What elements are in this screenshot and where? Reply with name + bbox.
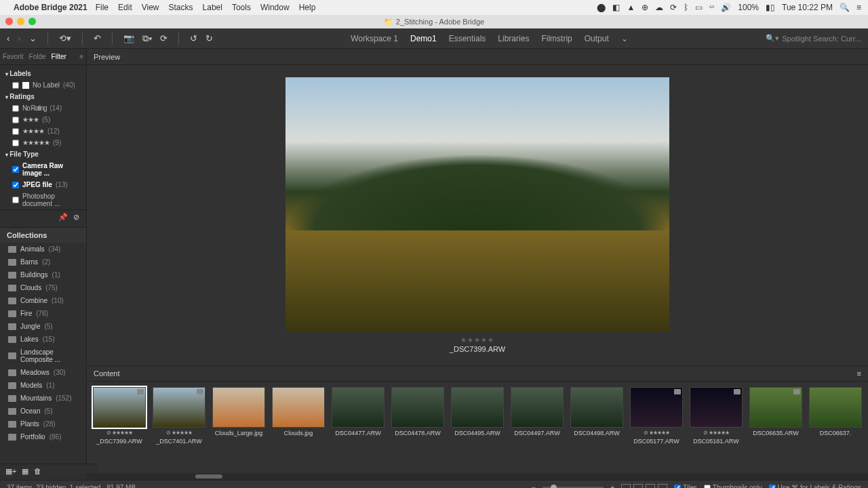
search-box[interactable]: 🔍▾ Spotlight Search: Curr... <box>766 34 861 43</box>
collection-item[interactable]: Jungle (5) <box>0 320 86 333</box>
filter-filetype-header[interactable]: File Type <box>0 148 86 160</box>
collection-item[interactable]: Lakes (15) <box>0 333 86 346</box>
tiles-checkbox[interactable]: Tiles <box>674 484 697 488</box>
status-icon[interactable]: ⟳ <box>670 3 677 12</box>
status-icon[interactable]: ⬤ <box>597 3 606 12</box>
collection-item[interactable]: Barns (2) <box>0 256 86 268</box>
rotate-cw-button[interactable]: ↻ <box>205 33 213 43</box>
filter-item-rating[interactable]: No Rating (14) <box>0 102 86 114</box>
window-controls[interactable] <box>5 18 36 25</box>
spotlight-icon[interactable]: 🔍 <box>840 3 850 12</box>
thumb-image[interactable] <box>570 387 623 428</box>
filter-item-filetype[interactable]: JPEG file (13) <box>0 179 86 190</box>
thumbnail[interactable]: Clouds_Large.jpg <box>212 387 266 436</box>
zoom-in-button[interactable]: + <box>610 484 614 488</box>
workspace-more-icon[interactable]: ⌄ <box>621 34 628 43</box>
menu-view[interactable]: View <box>142 3 159 12</box>
filter-item-rating[interactable]: ★★★ (5) <box>0 114 86 125</box>
workspace-tab[interactable]: Filmstrip <box>541 34 572 43</box>
thumbnail[interactable]: ⊘★★★★★_DSC7399.ARW <box>92 387 146 445</box>
menu-help[interactable]: Help <box>299 3 316 12</box>
labels-ratings-checkbox[interactable]: Use ⌘ for Labels & Ratings <box>769 484 861 488</box>
thumb-rating[interactable]: ⊘★★★★★ <box>106 430 132 436</box>
workspace-tab[interactable]: Libraries <box>498 34 529 43</box>
wifi-icon[interactable]: ⌔ <box>709 3 714 12</box>
thumb-image[interactable] <box>511 387 564 428</box>
new-smart-collection-icon[interactable]: ▦+ <box>5 467 16 476</box>
workspace-tab[interactable]: Output <box>585 34 609 43</box>
thumbnail[interactable]: DSC04477.ARW <box>331 387 385 436</box>
filter-labels-header[interactable]: Labels <box>0 68 86 79</box>
thumb-image[interactable] <box>391 387 444 428</box>
status-icon[interactable]: ⊕ <box>642 3 648 12</box>
collection-item[interactable]: Animals (34) <box>0 243 86 256</box>
menu-icon[interactable]: ≡ <box>856 3 861 12</box>
filter-checkbox[interactable] <box>12 105 19 112</box>
nav-forward-button[interactable]: › <box>18 33 20 43</box>
view-thumb-button[interactable] <box>633 484 643 489</box>
tab-favorites[interactable]: Favorit <box>3 53 24 60</box>
status-icon[interactable]: ▲ <box>627 3 635 12</box>
thumb-image[interactable] <box>630 387 683 428</box>
thumbnail[interactable]: DSC04495.ARW <box>450 387 505 436</box>
collection-item[interactable]: Meadows (30) <box>0 366 86 379</box>
thumbnail[interactable]: DSC04498.ARW <box>570 387 624 436</box>
bluetooth-icon[interactable]: ᛒ <box>684 3 688 12</box>
filter-checkbox[interactable] <box>12 166 19 173</box>
filter-item-nolabel[interactable]: No Label (40) <box>0 79 86 91</box>
thumb-image[interactable] <box>272 387 325 428</box>
minimize-window-button[interactable] <box>17 18 24 25</box>
filter-ratings-header[interactable]: Ratings <box>0 91 86 102</box>
collection-item[interactable]: Portfolio (86) <box>0 430 86 443</box>
thumbnail[interactable]: ⊘★★★★★DSC05177.ARW <box>629 387 684 445</box>
collection-item[interactable]: Ocean (5) <box>0 405 86 418</box>
status-icon[interactable]: ☁ <box>655 3 663 12</box>
recent-button[interactable]: ⟲▾ <box>59 33 71 43</box>
content-menu-icon[interactable]: ≡ <box>857 369 861 378</box>
filter-checkbox[interactable] <box>12 197 19 203</box>
copy-icon[interactable]: ⧉▾ <box>142 33 152 44</box>
preview-image[interactable] <box>285 77 669 332</box>
filter-checkbox[interactable] <box>12 182 19 188</box>
menu-stacks[interactable]: Stacks <box>169 3 193 12</box>
refresh-icon[interactable]: ⟳ <box>160 33 167 43</box>
close-window-button[interactable] <box>5 18 13 25</box>
workspace-tab[interactable]: Essentials <box>449 34 486 43</box>
collection-item[interactable]: Models (1) <box>0 379 86 392</box>
boomerang-button[interactable]: ↶ <box>94 33 101 43</box>
thumbnail[interactable]: DSC04497.ARW <box>510 387 564 436</box>
view-list-button[interactable] <box>658 484 667 489</box>
collection-item[interactable]: Buildings (1) <box>0 268 86 281</box>
nav-dropdown-icon[interactable]: ⌄ <box>29 33 37 43</box>
thumb-image[interactable] <box>451 387 504 428</box>
thumb-image[interactable] <box>690 387 743 428</box>
clock-label[interactable]: Tue 10:22 PM <box>782 3 833 12</box>
app-name-label[interactable]: Adobe Bridge 2021 <box>14 3 87 12</box>
battery-label[interactable]: 100% <box>738 3 759 12</box>
filter-checkbox[interactable] <box>12 128 19 135</box>
preview-panel-label[interactable]: Preview <box>94 53 120 61</box>
workspace-tab[interactable]: Demo1 <box>410 34 437 43</box>
delete-collection-icon[interactable]: 🗑 <box>34 467 41 476</box>
tab-folders[interactable]: Folde <box>29 53 46 60</box>
collection-item[interactable]: Rocks (50) <box>0 443 86 446</box>
rotate-ccw-button[interactable]: ↺ <box>190 33 197 43</box>
thumbnail[interactable]: DSC06637. <box>808 387 863 436</box>
view-details-button[interactable] <box>646 484 655 489</box>
view-grid-button[interactable] <box>621 484 631 489</box>
thumbnail-strip[interactable]: ⊘★★★★★_DSC7399.ARW⊘★★★★★_DSC7401.ARWClou… <box>87 382 868 473</box>
menu-file[interactable]: File <box>96 3 108 12</box>
volume-icon[interactable]: 🔊 <box>721 3 731 12</box>
cancel-icon[interactable]: ⊘ <box>73 213 79 222</box>
thumb-image[interactable] <box>93 387 146 428</box>
thumbnails-only-checkbox[interactable]: Thumbnails only <box>704 484 762 488</box>
thumb-rating[interactable]: ⊘★★★★★ <box>703 430 729 436</box>
battery-icon[interactable]: ▮▯ <box>766 3 775 12</box>
preview-rating[interactable]: ★★★★★ <box>460 336 494 344</box>
workspace-tab[interactable]: Workspace 1 <box>351 34 398 43</box>
panel-menu-icon[interactable]: ≡ <box>79 53 83 60</box>
thumb-image[interactable] <box>153 387 205 428</box>
thumb-rating[interactable]: ⊘★★★★★ <box>166 430 192 436</box>
thumb-rating[interactable]: ⊘★★★★★ <box>644 430 669 436</box>
collection-item[interactable]: Plants (28) <box>0 418 86 430</box>
